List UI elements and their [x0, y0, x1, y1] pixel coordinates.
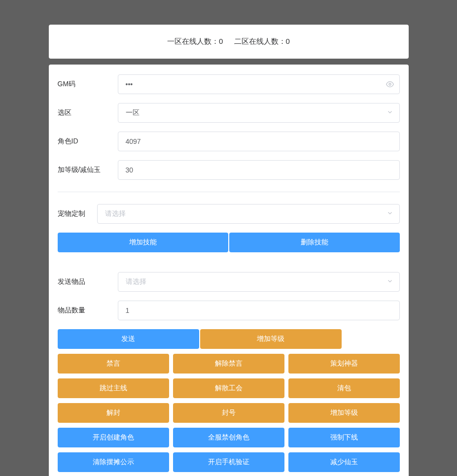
main-panel: GM码 选区 一区 角色ID 加等级	[49, 65, 409, 476]
zone1-label: 一区在线人数：	[167, 37, 219, 46]
pet-custom-row: 宠物定制 请选择	[58, 204, 400, 224]
zone2-count: 0	[286, 37, 290, 45]
chevron-down-icon	[387, 278, 393, 286]
item-qty-input[interactable]	[118, 301, 400, 320]
gm-code-label: GM码	[58, 80, 118, 89]
enable-phone-verify-button[interactable]: 开启手机验证	[173, 452, 284, 472]
chevron-down-icon	[387, 210, 393, 218]
send-level-row: 发送 增加等级	[58, 329, 342, 349]
send-item-label: 发送物品	[58, 277, 118, 286]
item-qty-row: 物品数量	[58, 301, 400, 320]
clear-bag-button[interactable]: 清包	[288, 378, 400, 398]
planner-artifact-button[interactable]: 策划神器	[288, 354, 400, 374]
del-skill-button[interactable]: 删除技能	[229, 233, 400, 252]
add-level2-button[interactable]: 增加等级	[288, 403, 400, 423]
send-item-placeholder: 请选择	[126, 277, 146, 286]
zone-select-label: 选区	[58, 108, 118, 117]
unmute-button[interactable]: 解除禁言	[173, 354, 284, 374]
disable-create-role-button[interactable]: 全服禁创角色	[173, 428, 284, 447]
chevron-down-icon	[387, 109, 393, 117]
pet-custom-label: 宠物定制	[58, 209, 97, 218]
orange-row-2: 跳过主线 解散工会 清包	[58, 378, 400, 398]
zone1-count: 0	[219, 37, 223, 45]
gm-code-input[interactable]	[118, 74, 400, 94]
level-jade-input[interactable]	[118, 160, 400, 180]
enable-create-role-button[interactable]: 开启创建角色	[58, 428, 169, 447]
reduce-jade-button[interactable]: 减少仙玉	[288, 452, 400, 472]
force-offline-button[interactable]: 强制下线	[288, 428, 400, 447]
zone2-label: 二区在线人数：	[234, 37, 286, 46]
add-level-button[interactable]: 增加等级	[200, 329, 342, 349]
zone-select-value: 一区	[126, 108, 140, 117]
svg-point-0	[389, 83, 391, 85]
send-button[interactable]: 发送	[58, 329, 199, 349]
pet-custom-select[interactable]: 请选择	[97, 204, 400, 224]
role-id-row: 角色ID	[58, 132, 400, 151]
item-qty-label: 物品数量	[58, 306, 118, 315]
eye-icon[interactable]	[386, 80, 394, 88]
header-status: 一区在线人数：0 二区在线人数：0	[49, 25, 409, 59]
level-jade-label: 加等级/减仙玉	[58, 166, 118, 174]
mute-button[interactable]: 禁言	[58, 354, 169, 374]
blue-row-1: 开启创建角色 全服禁创角色 强制下线	[58, 428, 400, 447]
disband-guild-button[interactable]: 解散工会	[173, 378, 284, 398]
send-item-select[interactable]: 请选择	[118, 272, 400, 292]
level-jade-row: 加等级/减仙玉	[58, 160, 400, 180]
gm-code-row: GM码	[58, 74, 400, 94]
blue-row-2: 清除摆摊公示 开启手机验证 减少仙玉	[58, 452, 400, 472]
pet-custom-placeholder: 请选择	[105, 209, 126, 218]
orange-row-1: 禁言 解除禁言 策划神器	[58, 354, 400, 374]
skill-button-row: 增加技能 删除技能	[58, 233, 400, 252]
role-id-input[interactable]	[118, 132, 400, 151]
send-item-row: 发送物品 请选择	[58, 272, 400, 292]
role-id-label: 角色ID	[58, 137, 118, 146]
zone-select[interactable]: 一区	[118, 103, 400, 123]
orange-row-3: 解封 封号 增加等级	[58, 403, 400, 423]
zone-select-row: 选区 一区	[58, 103, 400, 123]
ban-button[interactable]: 封号	[173, 403, 284, 423]
skip-main-button[interactable]: 跳过主线	[58, 378, 169, 398]
add-skill-button[interactable]: 增加技能	[58, 233, 228, 252]
clear-stall-button[interactable]: 清除摆摊公示	[58, 452, 169, 472]
unban-button[interactable]: 解封	[58, 403, 169, 423]
divider	[58, 192, 400, 192]
